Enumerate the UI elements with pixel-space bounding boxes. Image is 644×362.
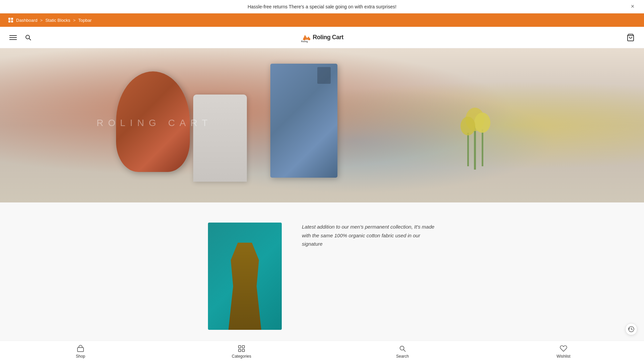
svg-rect-20 <box>238 346 241 348</box>
svg-rect-13 <box>482 129 483 166</box>
svg-line-5 <box>29 39 31 40</box>
dashboard-icon <box>8 17 13 23</box>
wishlist-icon <box>559 345 568 353</box>
recent-button[interactable] <box>625 323 637 335</box>
svg-line-25 <box>404 350 406 352</box>
menu-icon <box>9 35 17 36</box>
product-card-inner <box>208 223 282 330</box>
categories-label: Categories <box>232 354 251 359</box>
recent-icon <box>628 326 635 333</box>
svg-point-7 <box>303 38 305 40</box>
breadcrumb-topbar: Topbar <box>78 18 92 23</box>
bottom-nav-search[interactable]: Search <box>369 343 436 360</box>
bottom-navigation: Shop Categories Search Wishlist <box>0 341 644 362</box>
svg-rect-22 <box>238 349 241 352</box>
breadcrumb-separator-1: > <box>40 18 43 23</box>
menu-icon <box>9 37 17 38</box>
bottom-nav-shop[interactable]: Shop <box>47 343 114 360</box>
svg-text:Cart: Cart <box>301 42 306 43</box>
announcement-text: Hassle-free returns There's a special sa… <box>248 4 396 9</box>
shop-icon <box>76 345 85 353</box>
breadcrumb-bar: Dashboard > Static Blocks > Topbar <box>0 13 644 27</box>
svg-point-24 <box>400 346 404 350</box>
hero-watermark: ROLING CART <box>97 118 212 128</box>
svg-rect-2 <box>8 20 10 22</box>
svg-rect-21 <box>242 346 245 348</box>
svg-rect-19 <box>77 348 84 352</box>
search-label: Search <box>396 354 409 359</box>
shop-label: Shop <box>76 354 85 359</box>
menu-button[interactable] <box>8 34 18 41</box>
hero-turtleneck <box>193 95 247 182</box>
content-inner: Latest addition to our men's permanent c… <box>121 223 523 330</box>
breadcrumb-dashboard[interactable]: Dashboard <box>16 18 38 23</box>
svg-point-14 <box>474 113 490 133</box>
svg-point-16 <box>461 117 475 135</box>
svg-rect-3 <box>11 20 13 22</box>
bottom-nav-categories[interactable]: Categories <box>208 343 275 360</box>
svg-rect-0 <box>8 18 10 20</box>
svg-rect-15 <box>467 133 469 166</box>
product-person-silhouette <box>221 243 268 330</box>
breadcrumb-separator-2: > <box>73 18 76 23</box>
svg-rect-1 <box>11 18 13 20</box>
product-description: Latest addition to our men's permanent c… <box>302 223 436 248</box>
search-button[interactable] <box>23 33 33 42</box>
menu-icon <box>9 39 17 40</box>
logo-icon: Roling Cart <box>301 32 311 43</box>
svg-point-6 <box>308 38 310 40</box>
cart-button[interactable] <box>625 32 636 43</box>
breadcrumb-static-blocks[interactable]: Static Blocks <box>45 18 70 23</box>
logo-text: Roling Cart <box>313 34 343 41</box>
header-right <box>625 32 636 43</box>
hero-tulips <box>452 79 502 173</box>
header-left <box>8 33 33 42</box>
svg-point-4 <box>26 35 30 39</box>
announcement-bar: Hassle-free returns There's a special sa… <box>0 0 644 13</box>
header: Roling Cart Roling Cart <box>0 27 644 48</box>
svg-rect-11 <box>474 126 476 170</box>
content-section: Latest addition to our men's permanent c… <box>0 202 644 350</box>
hero-jeans <box>270 64 337 178</box>
cart-icon <box>627 34 635 42</box>
bottom-nav-wishlist[interactable]: Wishlist <box>530 343 597 360</box>
svg-rect-23 <box>242 349 245 352</box>
product-card <box>208 223 282 330</box>
logo: Roling Cart Roling Cart <box>301 32 343 43</box>
categories-icon <box>237 345 246 353</box>
search-nav-icon <box>398 345 407 353</box>
search-icon <box>25 34 32 41</box>
wishlist-label: Wishlist <box>556 354 570 359</box>
logo-container: Roling Cart Roling Cart <box>301 32 343 43</box>
product-text: Latest addition to our men's permanent c… <box>302 223 436 248</box>
hero-section: ROLING CART <box>0 48 644 202</box>
announcement-close-button[interactable]: × <box>628 2 637 11</box>
